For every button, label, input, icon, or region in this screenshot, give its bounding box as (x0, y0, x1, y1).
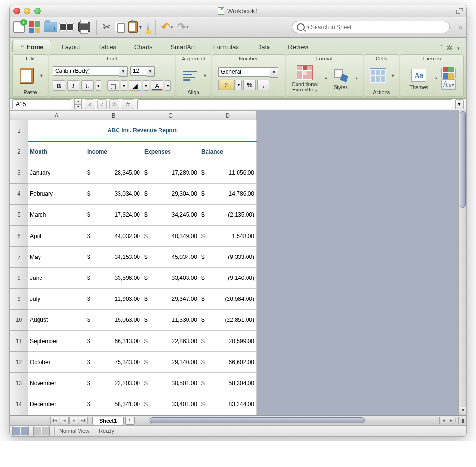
cell[interactable]: $44,032.00 (85, 226, 142, 247)
accept-formula-button[interactable]: ✓ (97, 99, 107, 109)
collapse-ribbon-icon[interactable]: ˆ (441, 45, 443, 51)
percent-button[interactable]: % (243, 80, 256, 90)
cell[interactable]: July (28, 288, 85, 309)
row-header[interactable]: 10 (10, 309, 28, 330)
cell[interactable]: May (28, 247, 85, 268)
row-header[interactable]: 13 (10, 373, 28, 394)
font-name-input[interactable] (53, 66, 119, 76)
cell[interactable]: $34,245.00 (142, 204, 199, 225)
cut-button[interactable]: ✂ (102, 21, 111, 33)
cell[interactable]: $28,345.00 (85, 162, 142, 183)
row-header[interactable]: 8 (10, 268, 28, 288)
font-size-input[interactable] (130, 66, 147, 76)
cell[interactable]: $75,343.00 (85, 352, 142, 373)
cell[interactable]: $11,903.00 (85, 288, 142, 309)
cell-header[interactable]: Balance (199, 141, 257, 162)
cell[interactable]: $29,304.00 (142, 183, 199, 204)
cell[interactable]: $29,340.00 (142, 352, 199, 373)
sheet-tab-sheet1[interactable]: Sheet1 (92, 417, 124, 425)
cell[interactable]: $34,153.00 (85, 247, 142, 268)
split-handle[interactable]: ▮ (458, 417, 466, 424)
cell[interactable]: $(26,584.00) (199, 288, 257, 309)
cell[interactable]: $14,786.00 (199, 183, 257, 204)
cell[interactable]: $1,548.00 (199, 226, 257, 247)
theme-fonts-button[interactable]: Aa▾ (441, 79, 456, 90)
cell[interactable]: February (28, 183, 85, 204)
redo-button[interactable]: ↷▾ (177, 21, 189, 33)
vertical-scrollbar[interactable]: ▾ (458, 110, 466, 415)
col-header-d[interactable]: D (199, 111, 257, 120)
cell[interactable]: August (28, 309, 85, 330)
cell[interactable]: March (28, 204, 85, 225)
cell[interactable]: $(9,140.00) (199, 268, 257, 288)
cell[interactable]: $58,304.00 (199, 373, 257, 394)
sheet-nav-last[interactable]: ▸▮ (79, 417, 88, 424)
cell[interactable]: $33,034.00 (85, 183, 142, 204)
fill-color-button[interactable]: ◢ (129, 80, 141, 91)
cell[interactable]: $30,501.00 (142, 373, 199, 394)
cell[interactable]: $22,863.00 (142, 331, 199, 352)
cell[interactable]: $15,063.00 (85, 309, 142, 330)
row-header[interactable]: 14 (10, 394, 28, 415)
search-box[interactable]: ▾ (292, 21, 450, 33)
toolbar-overflow-icon[interactable]: » (458, 23, 463, 31)
cell[interactable]: December (28, 394, 85, 415)
cell[interactable]: June (28, 268, 85, 288)
currency-dropdown[interactable]: ▼ (236, 80, 242, 90)
hscroll-thumb[interactable] (150, 417, 365, 423)
cell[interactable]: $58,341.00 (85, 394, 142, 415)
border-button[interactable]: ▢ (107, 80, 119, 91)
ribbon-tab-charts[interactable]: Charts (126, 40, 160, 52)
cell[interactable]: October (28, 352, 85, 373)
page-layout-view-button[interactable] (33, 426, 50, 436)
ribbon-tab-layout[interactable]: Layout (53, 40, 88, 52)
vscroll-thumb[interactable] (460, 111, 466, 208)
theme-colors-button[interactable] (441, 68, 456, 78)
cell-grid[interactable]: A B C D 1ABC Inc. Revenue Report2MonthIn… (10, 110, 257, 415)
save-button[interactable] (61, 21, 74, 33)
themes-button[interactable]: Aa Themes (407, 66, 430, 91)
cell[interactable]: $66,313.00 (85, 331, 142, 352)
cell[interactable]: $22,203.00 (85, 373, 142, 394)
border-dropdown[interactable]: ▼ (121, 80, 127, 91)
font-color-dropdown[interactable]: ▼ (165, 80, 171, 91)
row-header[interactable]: 6 (10, 226, 28, 247)
cell-header[interactable]: Income (85, 141, 142, 162)
formula-expand-button[interactable]: ▼ (455, 99, 464, 109)
conditional-formatting-dropdown[interactable]: ▼ (324, 76, 328, 81)
font-name-dropdown[interactable]: ▼ (119, 66, 128, 77)
ribbon-tab-formulas[interactable]: Formulas (205, 40, 247, 52)
cell[interactable]: $17,289.00 (142, 162, 199, 183)
cell-header[interactable]: Month (28, 141, 85, 162)
title-bar[interactable]: Workbook1 (10, 5, 466, 17)
styles-button[interactable]: Styles (331, 66, 351, 91)
paste-dropdown[interactable]: ▼ (40, 73, 44, 78)
row-header[interactable]: 11 (10, 331, 28, 352)
cell[interactable]: $20,599.00 (199, 331, 257, 352)
horizontal-scrollbar[interactable]: ◂ ▸ (149, 417, 456, 424)
copy-button[interactable] (115, 21, 124, 33)
sheet-nav-first[interactable]: ▮◂ (50, 417, 59, 424)
formula-builder-button[interactable]: 〄 (109, 99, 119, 109)
row-header[interactable]: 12 (10, 352, 28, 373)
new-workbook-button[interactable] (13, 21, 25, 33)
cancel-formula-button[interactable]: ✕ (85, 99, 94, 109)
italic-button[interactable]: I (67, 80, 79, 91)
bold-button[interactable]: B (53, 80, 65, 91)
name-box-stepper[interactable]: ▴▾ (74, 99, 82, 109)
ribbon-settings-icon[interactable]: ✲ (446, 43, 453, 52)
col-header-a[interactable]: A (28, 111, 85, 120)
cell[interactable]: $11,056.00 (199, 162, 257, 183)
cell[interactable]: September (28, 331, 85, 352)
font-size-dropdown[interactable]: ▼ (147, 66, 155, 77)
row-header[interactable]: 2 (10, 141, 28, 162)
ribbon-tab-home[interactable]: Home (12, 40, 51, 52)
ribbon-tab-tables[interactable]: Tables (90, 40, 125, 52)
cell[interactable]: $45,034.00 (142, 247, 199, 268)
row-header[interactable]: 7 (10, 247, 28, 268)
row-header[interactable]: 5 (10, 204, 28, 225)
font-color-button[interactable]: A (151, 80, 163, 91)
styles-dropdown[interactable]: ▼ (355, 76, 359, 81)
row-header[interactable]: 9 (10, 288, 28, 309)
undo-button[interactable]: ↶▾ (161, 21, 173, 33)
